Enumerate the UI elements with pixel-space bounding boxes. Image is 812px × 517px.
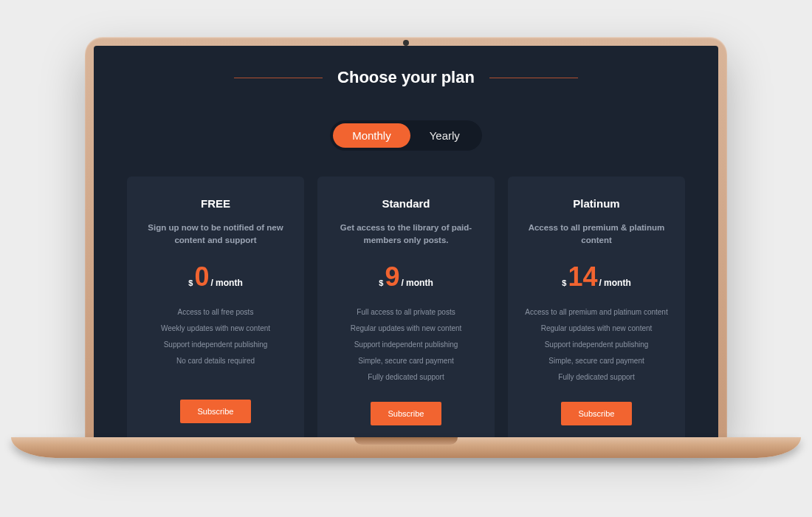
feature-item: Fully dedicated support — [331, 372, 481, 383]
price-row: $ 14 / month — [521, 264, 672, 290]
feature-item: No card details required — [140, 355, 291, 366]
title-divider-right — [489, 78, 578, 78]
laptop-mockup: Choose your plan Monthly Yearly FREE Sig… — [85, 37, 727, 458]
feature-item: Access to all free posts — [140, 307, 291, 318]
plan-card-standard: Standard Get access to the library of pa… — [317, 177, 495, 437]
feature-item: Support independent publishing — [140, 339, 291, 350]
billing-toggle: Monthly Yearly — [123, 120, 689, 151]
feature-item: Support independent publishing — [331, 339, 481, 350]
subscribe-button[interactable]: Subscribe — [180, 400, 252, 423]
price-amount: 14 — [568, 264, 597, 290]
currency-symbol: $ — [379, 278, 383, 287]
feature-item: Regular updates with new content — [331, 323, 481, 334]
feature-item: Access to all premium and platinum conte… — [521, 307, 672, 318]
price-amount: 0 — [194, 264, 209, 290]
laptop-bezel: Choose your plan Monthly Yearly FREE Sig… — [85, 37, 727, 437]
price-period: / month — [599, 278, 630, 288]
plan-description: Get access to the library of paid-member… — [331, 222, 481, 247]
app-screen: Choose your plan Monthly Yearly FREE Sig… — [94, 46, 718, 437]
feature-item: Regular updates with new content — [521, 323, 672, 334]
feature-item: Support independent publishing — [521, 339, 672, 350]
plan-description: Access to all premium & platinum content — [521, 222, 672, 247]
laptop-base — [11, 437, 801, 458]
laptop-camera — [403, 40, 409, 46]
page-title: Choose your plan — [337, 68, 475, 87]
title-row: Choose your plan — [123, 68, 689, 87]
subscribe-button[interactable]: Subscribe — [371, 402, 442, 425]
plan-card-free: FREE Sign up now to be notified of new c… — [127, 177, 304, 437]
feature-list: Full access to all private posts Regular… — [331, 307, 481, 383]
price-amount: 9 — [385, 264, 399, 290]
currency-symbol: $ — [562, 278, 566, 287]
plans-row: FREE Sign up now to be notified of new c… — [123, 177, 689, 437]
laptop-hinge-notch — [354, 437, 458, 445]
toggle-track: Monthly Yearly — [330, 120, 482, 151]
subscribe-button[interactable]: Subscribe — [561, 402, 633, 425]
price-row: $ 9 / month — [331, 264, 481, 290]
feature-item: Weekly updates with new content — [140, 323, 291, 334]
price-period: / month — [210, 278, 242, 288]
feature-list: Access to all premium and platinum conte… — [521, 307, 672, 383]
price-row: $ 0 / month — [140, 264, 291, 290]
toggle-yearly[interactable]: Yearly — [410, 123, 479, 148]
feature-item: Simple, secure card payment — [521, 355, 672, 366]
toggle-monthly[interactable]: Monthly — [333, 123, 410, 148]
feature-list: Access to all free posts Weekly updates … — [140, 307, 291, 380]
feature-item: Simple, secure card payment — [331, 355, 481, 366]
plan-name: Platinum — [521, 197, 672, 210]
feature-item: Fully dedicated support — [521, 372, 672, 383]
plan-name: Standard — [331, 197, 481, 210]
feature-item: Full access to all private posts — [331, 307, 481, 318]
price-period: / month — [401, 278, 433, 288]
title-divider-left — [234, 78, 323, 78]
plan-name: FREE — [140, 197, 291, 210]
currency-symbol: $ — [188, 278, 193, 287]
plan-description: Sign up now to be notified of new conten… — [140, 222, 291, 247]
plan-card-platinum: Platinum Access to all premium & platinu… — [508, 177, 685, 437]
